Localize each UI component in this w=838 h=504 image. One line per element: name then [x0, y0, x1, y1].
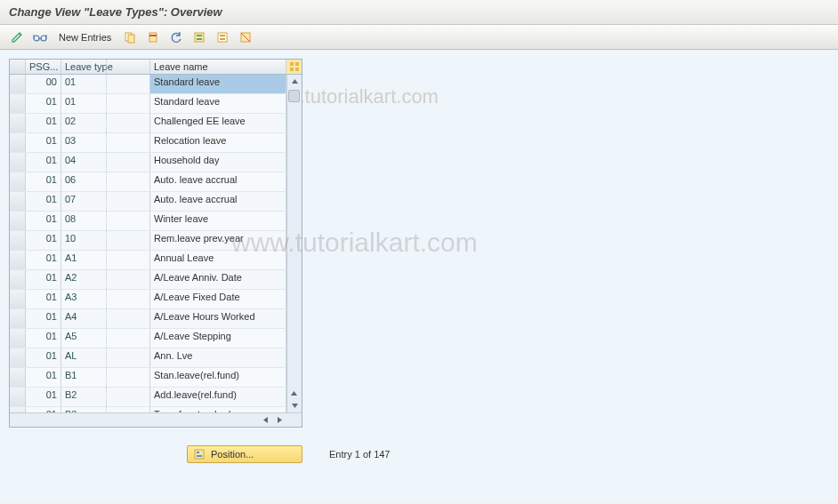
cell-leave-type[interactable]: A5: [61, 329, 150, 348]
cell-leave-type[interactable]: 07: [61, 192, 150, 211]
new-entries-button[interactable]: New Entries: [53, 32, 117, 43]
cell-leave-type[interactable]: A2: [61, 270, 150, 289]
delete-icon[interactable]: [143, 28, 163, 46]
cell-leave-type[interactable]: A3: [61, 290, 150, 308]
cell-leave-name[interactable]: Standard leave: [150, 75, 286, 93]
cell-leave-name[interactable]: Annual Leave: [150, 251, 286, 269]
copy-icon[interactable]: [120, 28, 140, 46]
cell-leave-name[interactable]: Relocation leave: [150, 133, 286, 152]
cell-psg[interactable]: 01: [26, 270, 61, 289]
row-selector[interactable]: [10, 270, 26, 289]
glasses-icon[interactable]: [30, 28, 50, 46]
cell-leave-type[interactable]: 04: [61, 153, 150, 172]
table-settings-icon[interactable]: [286, 60, 302, 74]
cell-psg[interactable]: 01: [26, 114, 61, 132]
row-selector[interactable]: [10, 75, 26, 93]
table-row[interactable]: 01B2Add.leave(rel.fund): [10, 388, 302, 407]
cell-leave-type[interactable]: 01: [61, 75, 150, 93]
cell-leave-type[interactable]: B3: [61, 407, 150, 412]
cell-psg[interactable]: 01: [26, 251, 61, 269]
cell-psg[interactable]: 01: [26, 290, 61, 308]
cell-psg[interactable]: 01: [26, 153, 61, 172]
position-button[interactable]: Position...: [187, 445, 302, 463]
horizontal-scrollbar[interactable]: [10, 412, 302, 427]
table-row[interactable]: 0103Relocation leave: [10, 133, 302, 153]
cell-psg[interactable]: 01: [26, 348, 61, 367]
cell-leave-type[interactable]: 02: [61, 114, 150, 132]
table-row[interactable]: 01A3A/Leave Fixed Date: [10, 290, 302, 309]
table-row[interactable]: 01A4A/Leave Hours Worked: [10, 309, 302, 329]
table-row[interactable]: 01B1Stan.leave(rel.fund): [10, 368, 302, 388]
select-all-icon[interactable]: [189, 28, 209, 46]
cell-leave-type[interactable]: 03: [61, 133, 150, 152]
cell-leave-name[interactable]: A/Leave Stepping: [150, 329, 286, 348]
row-selector[interactable]: [10, 388, 26, 406]
row-selector[interactable]: [10, 309, 26, 328]
cell-psg[interactable]: 01: [26, 133, 61, 152]
scroll-left-icon[interactable]: [259, 414, 271, 427]
table-row[interactable]: 01A2A/Leave Anniv. Date: [10, 270, 302, 290]
table-row[interactable]: 0110Rem.leave prev.year: [10, 231, 302, 251]
cell-leave-type[interactable]: B2: [61, 388, 150, 406]
cell-leave-name[interactable]: Ann. Lve: [150, 348, 286, 367]
vertical-scrollbar[interactable]: [286, 75, 302, 412]
table-row[interactable]: 01A1Annual Leave: [10, 251, 302, 270]
cell-psg[interactable]: 01: [26, 94, 61, 113]
cell-leave-type[interactable]: 01: [61, 94, 150, 113]
row-selector[interactable]: [10, 368, 26, 387]
cell-leave-type[interactable]: A4: [61, 309, 150, 328]
cell-leave-type[interactable]: AL: [61, 348, 150, 367]
cell-psg[interactable]: 01: [26, 231, 61, 250]
cell-leave-name[interactable]: Stan.leave(rel.fund): [150, 368, 286, 387]
row-selector[interactable]: [10, 251, 26, 269]
cell-leave-type[interactable]: B1: [61, 368, 150, 387]
scroll-track[interactable]: [287, 88, 302, 399]
col-psg[interactable]: PSG...: [26, 60, 61, 74]
row-selector[interactable]: [10, 212, 26, 230]
cell-leave-name[interactable]: Auto. leave accrual: [150, 192, 286, 211]
cell-leave-type[interactable]: 10: [61, 231, 150, 250]
cell-psg[interactable]: 01: [26, 212, 61, 230]
cell-leave-name[interactable]: Winter leave: [150, 212, 286, 230]
deselect-all-icon[interactable]: [236, 28, 255, 46]
cell-leave-name[interactable]: Challenged EE leave: [150, 114, 286, 132]
cell-leave-name[interactable]: Add.leave(rel.fund): [150, 388, 286, 406]
cell-psg[interactable]: 01: [26, 172, 61, 191]
cell-leave-name[interactable]: A/Leave Hours Worked: [150, 309, 286, 328]
cell-psg[interactable]: 01: [26, 388, 61, 406]
cell-leave-name[interactable]: Household day: [150, 153, 286, 172]
change-display-icon[interactable]: [7, 28, 27, 46]
row-selector[interactable]: [10, 153, 26, 172]
row-selector[interactable]: [10, 172, 26, 191]
table-row[interactable]: 0102Challenged EE leave: [10, 114, 302, 133]
scroll-up-icon[interactable]: [288, 75, 302, 88]
table-row[interactable]: 01A5A/Leave Stepping: [10, 329, 302, 348]
cell-leave-name[interactable]: Auto. leave accrual: [150, 172, 286, 191]
col-leave-name[interactable]: Leave name: [150, 60, 286, 74]
table-row[interactable]: 0106Auto. leave accrual: [10, 172, 302, 192]
cell-leave-name[interactable]: A/Leave Fixed Date: [150, 290, 286, 308]
cell-leave-type[interactable]: 08: [61, 212, 150, 230]
row-selector[interactable]: [10, 94, 26, 113]
table-row[interactable]: 0104Household day: [10, 153, 302, 172]
scroll-thumb[interactable]: [288, 90, 300, 102]
cell-psg[interactable]: 01: [26, 309, 61, 328]
col-leave-type[interactable]: Leave type: [61, 60, 150, 74]
row-selector[interactable]: [10, 290, 26, 308]
undo-icon[interactable]: [166, 28, 186, 46]
cell-leave-name[interactable]: A/Leave Anniv. Date: [150, 270, 286, 289]
table-row[interactable]: 0001Standard leave: [10, 75, 302, 94]
cell-leave-name[interactable]: Standard leave: [150, 94, 286, 113]
cell-leave-type[interactable]: A1: [61, 251, 150, 269]
cell-leave-type[interactable]: 06: [61, 172, 150, 191]
row-selector[interactable]: [10, 329, 26, 348]
row-selector[interactable]: [10, 231, 26, 250]
row-selector[interactable]: [10, 192, 26, 211]
row-selector[interactable]: [10, 348, 26, 367]
cell-leave-name[interactable]: Rem.leave prev.year: [150, 231, 286, 250]
table-row[interactable]: 0108Winter leave: [10, 212, 302, 231]
cell-psg[interactable]: 01: [26, 192, 61, 211]
col-selector[interactable]: [10, 60, 26, 74]
cell-psg[interactable]: 01: [26, 368, 61, 387]
row-selector[interactable]: [10, 114, 26, 132]
